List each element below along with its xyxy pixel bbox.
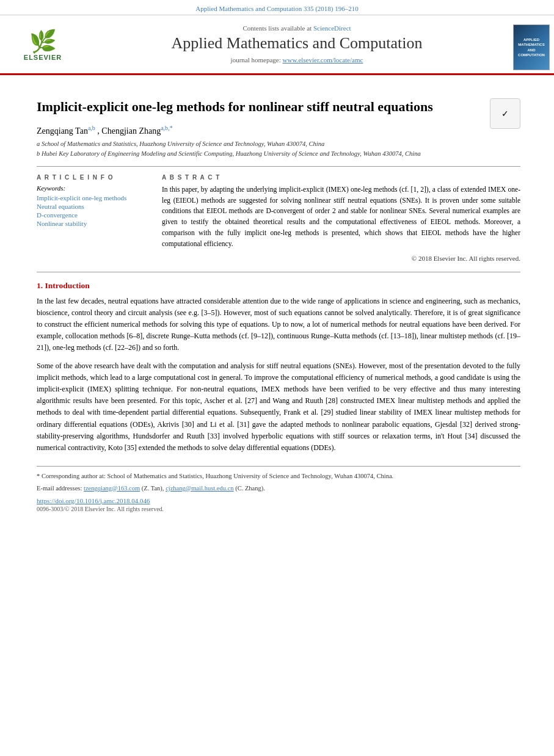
intro-para-1: In the last few decades, neutral equatio… [37,296,520,354]
article-body: ✓ Implicit-explicit one-leg methods for … [0,75,554,525]
email-link-1[interactable]: tzengqiang@163.com [84,485,140,492]
divider-1 [37,166,520,167]
keyword-2: Neutral equations [37,203,150,210]
author2-affil: a,b,* [161,125,172,131]
journal-header: 🌿 ELSEVIER Contents lists available at S… [0,15,554,75]
elsevier-logo: 🌿 ELSEVIER [0,21,86,73]
journal-homepage: journal homepage: www.elsevier.com/locat… [231,56,363,64]
journal-title: Applied Mathematics and Computation [172,34,423,53]
cover-thumbnail: APPLIEDMATHEMATICSANDCOMPUTATION [513,24,550,70]
contents-available-text: Contents lists available at ScienceDirec… [242,24,351,32]
email-label: E-mail addresses: [37,485,82,492]
article-title: Implicit-explicit one-leg methods for no… [37,98,520,116]
footnote-section: * Corresponding author at: School of Mat… [37,466,520,512]
email-link-2[interactable]: cjzhang@mail.hust.edu.cn [166,485,233,492]
check-updates-icon: ✓ [501,109,509,119]
corresponding-author-text: * Corresponding author at: School of Mat… [37,471,520,481]
issn-text: 0096-3003/© 2018 Elsevier Inc. All right… [37,506,520,512]
article-info-heading: A R T I C L E I N F O [37,174,150,181]
section-1-heading: 1. Introduction [37,281,520,291]
divider-2 [37,272,520,272]
doi-link[interactable]: https://doi.org/10.1016/j.amc.2018.04.04… [37,497,520,504]
author1-name: Zengqiang Tan [37,126,88,135]
journal-citation-bar: Applied Mathematics and Computation 335 … [0,0,554,15]
affiliation-b: b Hubei Key Laboratory of Engineering Mo… [37,149,520,159]
keyword-4: Nonlinear stability [37,220,150,227]
abstract-text: In this paper, by adapting the underlyin… [162,184,520,250]
check-for-updates-badge: ✓ [490,98,520,129]
email-footnote: E-mail addresses: tzengqiang@163.com (Z.… [37,484,520,493]
intro-para-2: Some of the above research have dealt wi… [37,360,520,454]
abstract-heading: A B S T R A C T [162,174,520,181]
email-addresses: tzengqiang@163.com (Z. Tan), cjzhang@mai… [84,485,265,492]
author1-affil: a,b [88,125,95,131]
keyword-1: Implicit-explicit one-leg methods [37,194,150,202]
tree-icon: 🌿 [29,31,57,53]
section-introduction: 1. Introduction In the last few decades,… [37,281,520,454]
affiliation-a: a School of Mathematics and Statistics, … [37,139,520,149]
elsevier-logo-box: 🌿 ELSEVIER [9,24,76,67]
abstract-copyright: © 2018 Elsevier Inc. All rights reserved… [162,255,520,262]
author2-name: Chengjian Zhang [101,126,161,135]
authors-line: Zengqiang Tana,b , Chengjian Zhanga,b,* [37,125,520,136]
keyword-3: D-convergence [37,211,150,219]
journal-citation-text: Applied Mathematics and Computation 335 … [195,5,358,12]
keywords-label: Keywords: [37,184,150,192]
elsevier-label: ELSEVIER [24,54,62,61]
article-info-panel: A R T I C L E I N F O Keywords: Implicit… [37,174,150,262]
abstract-panel: A B S T R A C T In this paper, by adapti… [162,174,520,262]
affiliations: a School of Mathematics and Statistics, … [37,139,520,159]
info-abstract-section: A R T I C L E I N F O Keywords: Implicit… [37,174,520,262]
journal-cover-image: APPLIEDMATHEMATICSANDCOMPUTATION [508,21,554,73]
sciencedirect-link[interactable]: ScienceDirect [313,24,351,32]
homepage-link[interactable]: www.elsevier.com/locate/amc [283,56,363,64]
journal-center: Contents lists available at ScienceDirec… [86,21,508,73]
article-title-section: ✓ Implicit-explicit one-leg methods for … [37,98,520,116]
